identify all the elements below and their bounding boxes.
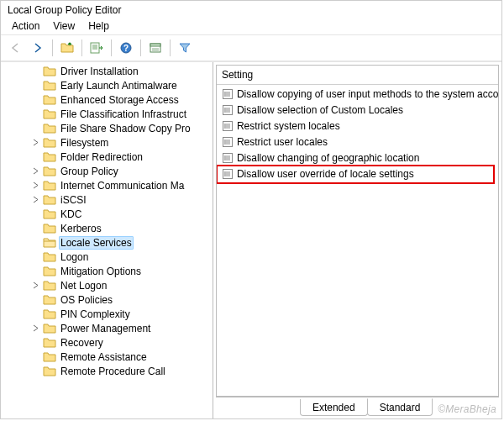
menu-bar: Action View Help	[1, 18, 501, 35]
folder-icon	[43, 94, 56, 106]
list-item[interactable]: Disallow copying of user input methods t…	[217, 86, 498, 102]
tree-item[interactable]: Early Launch Antimalware	[4, 78, 213, 92]
svg-point-8	[224, 95, 226, 97]
tab-standard[interactable]: Standard	[367, 398, 433, 416]
list-item[interactable]: Disallow user override of locale setting…	[217, 166, 498, 182]
export-list-button[interactable]	[87, 39, 107, 57]
help-button[interactable]: ?	[116, 39, 136, 57]
setting-icon	[222, 120, 234, 132]
tree-item[interactable]: File Classification Infrastruct	[4, 107, 213, 121]
tree-pane[interactable]: Driver Installation Early Launch Antimal…	[1, 62, 213, 418]
forward-button[interactable]	[28, 39, 48, 57]
tree-item[interactable]: iSCSI	[4, 192, 213, 207]
folder-icon	[43, 194, 56, 206]
toolbar-separator	[170, 39, 171, 56]
svg-point-7	[224, 93, 226, 95]
tree-item[interactable]: Kerberos	[4, 221, 213, 235]
chevron-right-icon[interactable]	[31, 166, 40, 176]
chevron-right-icon[interactable]	[31, 324, 40, 333]
tree-item-label: Net Logon	[59, 280, 108, 292]
back-button[interactable]	[6, 39, 26, 57]
list-item[interactable]: Restrict user locales	[217, 134, 498, 150]
tree-item-label: Group Policy	[59, 166, 120, 177]
help-icon: ?	[120, 42, 132, 54]
folder-icon	[43, 151, 56, 163]
tree-item[interactable]: File Share Shadow Copy Pro	[4, 121, 213, 135]
svg-point-19	[224, 141, 226, 143]
tree-item-label: Enhanced Storage Access	[59, 94, 181, 106]
folder-open-icon	[43, 237, 56, 249]
tree-item[interactable]: Driver Installation	[4, 64, 213, 78]
list-item[interactable]: Disallow selection of Custom Locales	[217, 102, 498, 118]
filter-button[interactable]	[175, 39, 195, 57]
list-item-label: Restrict system locales	[237, 120, 340, 132]
tree-item[interactable]: Locale Services	[4, 235, 213, 250]
svg-point-6	[224, 92, 226, 93]
tree-item[interactable]: Power Management	[4, 321, 213, 335]
svg-point-26	[224, 171, 226, 173]
tree-item[interactable]: Recovery	[4, 335, 213, 350]
tree-item[interactable]: Logon	[4, 250, 213, 264]
chevron-right-icon[interactable]	[31, 281, 40, 290]
svg-point-12	[224, 111, 226, 113]
tree-item[interactable]: OS Policies	[4, 292, 213, 307]
tree-item[interactable]: KDC	[4, 207, 213, 221]
tree-item-label: Filesystem	[59, 137, 110, 149]
setting-icon	[222, 104, 234, 116]
tab-extended[interactable]: Extended	[300, 399, 368, 416]
tree-item[interactable]: Net Logon	[4, 278, 213, 292]
list-item-label: Disallow changing of geographic location	[237, 152, 419, 164]
tree-item[interactable]: Filesystem	[4, 135, 213, 150]
list-item-label: Disallow copying of user input methods t…	[237, 88, 498, 100]
tree-item[interactable]: PIN Complexity	[4, 307, 213, 321]
tree-item-label: Driver Installation	[59, 66, 140, 77]
tree-item[interactable]: Enhanced Storage Access	[4, 92, 213, 107]
chevron-right-icon[interactable]	[31, 181, 40, 190]
up-button[interactable]	[57, 39, 77, 57]
folder-icon	[43, 366, 56, 377]
list-body[interactable]: Disallow copying of user input methods t…	[217, 85, 498, 396]
folder-tree: Driver Installation Early Launch Antimal…	[1, 64, 213, 378]
tree-item-label: PIN Complexity	[59, 308, 132, 320]
tree-item-label: OS Policies	[59, 294, 114, 306]
tree-item[interactable]: Mitigation Options	[4, 264, 213, 278]
list-item[interactable]: Restrict system locales	[217, 118, 498, 134]
window-frame: Local Group Policy Editor Action View He…	[0, 0, 502, 419]
tree-item-label: Remote Assistance	[59, 351, 149, 363]
tree-item[interactable]: Remote Procedure Call	[4, 364, 213, 378]
tree-item[interactable]: Remote Assistance	[4, 350, 213, 364]
tree-item[interactable]: Folder Redirection	[4, 150, 213, 164]
list-item-label: Disallow selection of Custom Locales	[237, 104, 403, 116]
chevron-right-icon[interactable]	[31, 195, 40, 204]
menu-help[interactable]: Help	[82, 19, 115, 33]
menu-action[interactable]: Action	[6, 19, 45, 33]
list-item[interactable]: Disallow changing of geographic location	[217, 150, 498, 166]
folder-icon	[43, 108, 56, 120]
svg-point-23	[224, 157, 226, 159]
arrow-left-icon	[10, 43, 22, 53]
properties-button[interactable]	[145, 39, 165, 57]
tree-item-label: KDC	[59, 208, 83, 220]
folder-icon	[43, 351, 56, 363]
setting-icon	[222, 136, 234, 148]
svg-point-22	[224, 155, 226, 157]
menu-view[interactable]: View	[47, 19, 81, 33]
tree-item-label: File Classification Infrastruct	[59, 108, 188, 120]
setting-icon	[222, 88, 234, 100]
tree-item-label: Logon	[59, 251, 90, 263]
svg-point-28	[224, 175, 226, 176]
tree-item[interactable]: Group Policy	[4, 164, 213, 178]
tree-item[interactable]: Internet Communication Ma	[4, 178, 213, 192]
list-item-label: Restrict user locales	[237, 136, 328, 148]
list-header[interactable]: Setting	[217, 66, 498, 85]
tabs: Extended Standard	[216, 397, 499, 416]
arrow-right-icon	[32, 43, 44, 53]
list-item-label: Disallow user override of locale setting…	[237, 168, 414, 180]
toolbar-separator	[81, 39, 82, 56]
title-bar: Local Group Policy Editor	[1, 1, 501, 18]
toolbar-separator	[111, 39, 112, 56]
folder-icon	[43, 137, 56, 149]
column-setting[interactable]: Setting	[217, 67, 258, 82]
chevron-right-icon[interactable]	[31, 138, 40, 147]
svg-rect-4	[150, 44, 160, 46]
